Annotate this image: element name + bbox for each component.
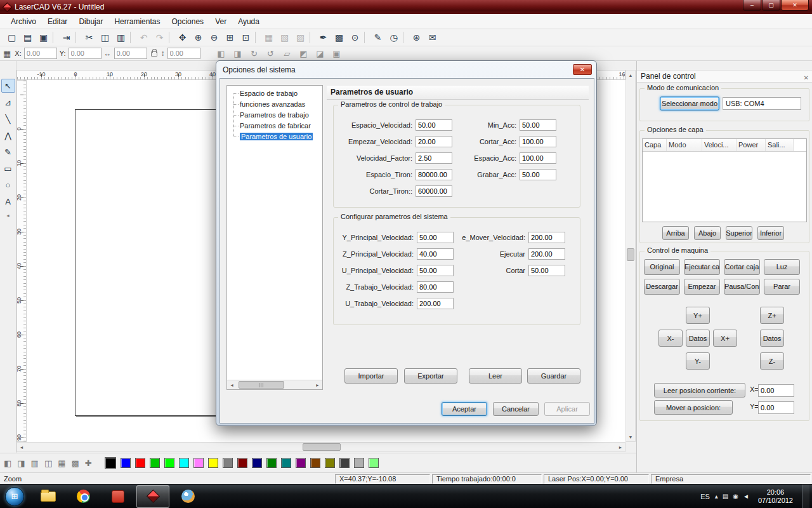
param-input[interactable]: [417, 298, 454, 309]
layer-table[interactable]: Capa Modo Veloci... Power Sali...: [642, 138, 807, 222]
scroll-up-icon[interactable]: ▲: [626, 70, 635, 79]
tree-item[interactable]: Parametros de trabajo: [228, 110, 321, 121]
maximize-button[interactable]: ▢: [762, 0, 780, 11]
node-edit-icon[interactable]: ✎: [370, 30, 386, 44]
start-button[interactable]: ⊞: [5, 487, 24, 506]
jog-x-minus-button[interactable]: X-: [658, 330, 683, 347]
param-input[interactable]: [528, 265, 565, 276]
taskbar-paint[interactable]: [171, 485, 204, 508]
machine-button[interactable]: Original: [644, 259, 680, 275]
machine-button[interactable]: Pausa/Continuar: [724, 279, 760, 295]
add-node-icon[interactable]: ✚: [85, 458, 92, 468]
node-edit-tool[interactable]: ⊿: [1, 95, 15, 109]
scroll-down-icon[interactable]: ▼: [626, 432, 635, 441]
y-pos-input[interactable]: [758, 401, 794, 414]
zoom-select-icon[interactable]: ⊙: [347, 30, 363, 44]
color-swatch[interactable]: [237, 458, 247, 468]
taskbar-lasercad[interactable]: [136, 485, 169, 508]
jog-z-minus-button[interactable]: Z-: [760, 352, 784, 370]
move-position-button[interactable]: Mover a posicion:: [654, 400, 733, 415]
color-swatch[interactable]: [208, 458, 218, 468]
machine-button[interactable]: Empezar: [684, 279, 720, 295]
tree-scrollbar[interactable]: ◄ ►: [227, 380, 322, 389]
param-input[interactable]: [416, 169, 452, 180]
color-swatch[interactable]: [223, 458, 233, 468]
polyline-tool[interactable]: ⋀: [1, 128, 15, 142]
param-input[interactable]: [528, 232, 565, 243]
redo-icon[interactable]: ↷: [152, 30, 167, 44]
align-right-icon[interactable]: ◪: [313, 49, 327, 58]
read-button[interactable]: Leer: [469, 368, 522, 384]
dot-grid-icon[interactable]: ▩: [71, 458, 79, 468]
datos-left-button[interactable]: Datos: [686, 330, 710, 347]
dialog-close-icon[interactable]: ✕: [573, 64, 592, 75]
tree-item[interactable]: funciones avanzadas: [228, 99, 321, 110]
x-pos-input[interactable]: [758, 384, 794, 397]
table-column-header[interactable]: Sali...: [766, 139, 794, 151]
param-input[interactable]: [417, 265, 454, 276]
volume-icon[interactable]: ◄: [743, 493, 749, 500]
accept-button[interactable]: Aceptar: [442, 402, 487, 416]
language-indicator[interactable]: ES: [700, 493, 710, 500]
menu-item[interactable]: Archivo: [5, 15, 42, 28]
cancel-button[interactable]: Cancelar: [493, 402, 539, 416]
select-mode-button[interactable]: Seleccionar modo: [660, 97, 719, 110]
new-icon[interactable]: ▢: [4, 30, 20, 44]
param-input[interactable]: [520, 119, 556, 131]
param-input[interactable]: [417, 248, 454, 260]
tree-scroll-thumb[interactable]: [239, 381, 284, 389]
mirror-h-icon[interactable]: ◧: [214, 49, 228, 58]
distribute-icon[interactable]: ▥: [31, 458, 39, 468]
color-swatch[interactable]: [296, 458, 306, 468]
table-column-header[interactable]: Veloci...: [702, 139, 737, 151]
color-swatch[interactable]: [281, 458, 291, 468]
scroll-right-icon[interactable]: ►: [313, 380, 322, 389]
zoom-all-icon[interactable]: ⊡: [238, 30, 254, 44]
machine-button[interactable]: Parar: [764, 279, 800, 295]
collapse-toolbox-icon[interactable]: ◄: [6, 213, 10, 218]
minimize-button[interactable]: –: [743, 0, 761, 11]
taskbar-explorer[interactable]: [32, 485, 65, 508]
rotate-ccw-icon[interactable]: ↺: [264, 49, 278, 58]
taskbar-app-red[interactable]: [102, 485, 134, 508]
array-icon[interactable]: ▩: [331, 30, 347, 44]
align-bottom-icon[interactable]: ◨: [17, 458, 25, 468]
align-top-icon[interactable]: ◧: [4, 458, 11, 468]
param-input[interactable]: [416, 152, 452, 164]
mirror-icon[interactable]: ◫: [44, 458, 52, 468]
color-swatch[interactable]: [339, 458, 350, 468]
machine-button[interactable]: Descargar: [644, 279, 680, 295]
jog-y-minus-button[interactable]: Y-: [686, 352, 710, 370]
save-icon[interactable]: ▣: [36, 30, 51, 44]
jog-y-plus-button[interactable]: Y+: [686, 307, 710, 324]
taskbar-chrome[interactable]: [67, 485, 100, 508]
color-swatch[interactable]: [150, 458, 160, 468]
height-input[interactable]: [167, 48, 200, 59]
datos-right-button[interactable]: Datos: [760, 330, 784, 347]
export-button[interactable]: Exportar: [404, 368, 457, 384]
layer-order-button[interactable]: Inferior: [757, 226, 784, 240]
menu-item[interactable]: Ayuda: [232, 15, 265, 28]
width-input[interactable]: [114, 48, 147, 59]
jog-x-plus-button[interactable]: X+: [713, 330, 737, 347]
param-input[interactable]: [520, 152, 556, 164]
line-tool[interactable]: ╲: [1, 112, 15, 126]
rect-tool[interactable]: ▭: [1, 161, 15, 175]
save-button[interactable]: Guardar: [527, 368, 580, 384]
color-swatch[interactable]: [193, 458, 204, 468]
keyboard-icon[interactable]: ▤: [723, 493, 728, 500]
color-swatch[interactable]: [369, 458, 379, 468]
snap-object-icon[interactable]: ▧: [277, 30, 292, 44]
hscroll-thumb[interactable]: [303, 443, 341, 451]
panel-close-icon[interactable]: ✕: [804, 72, 809, 84]
open-icon[interactable]: ▤: [20, 30, 36, 44]
y-coord-input[interactable]: [69, 48, 102, 59]
laser-pen-icon[interactable]: ✒: [315, 30, 331, 44]
text-tool[interactable]: A: [1, 194, 15, 208]
import-button[interactable]: Importar: [344, 368, 398, 384]
copy-icon[interactable]: ◫: [97, 30, 113, 44]
canvas-vscrollbar[interactable]: ▲ ▼: [625, 70, 636, 442]
machine-button[interactable]: Cortar caja: [724, 259, 760, 275]
ellipse-tool[interactable]: ○: [1, 178, 15, 192]
table-column-header[interactable]: Power: [737, 139, 766, 151]
